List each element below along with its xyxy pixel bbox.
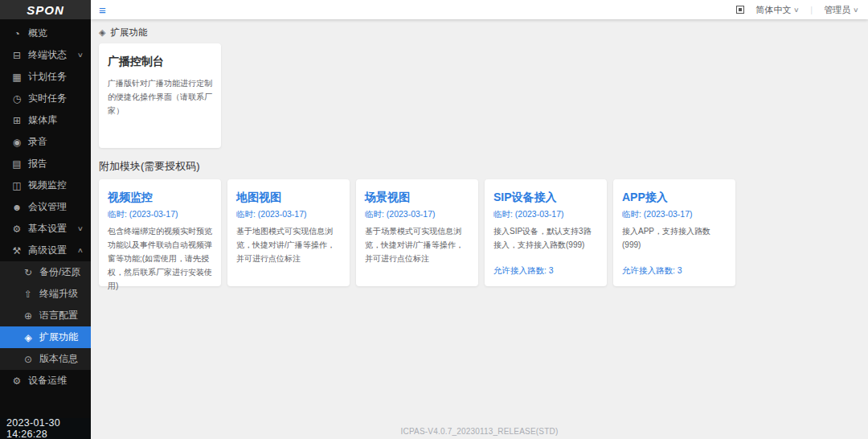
sidebar-item-label: 基本设置 bbox=[28, 222, 78, 236]
feature-card-title: 广播控制台 bbox=[108, 55, 212, 69]
sidebar-item-label: 实时任务 bbox=[28, 92, 84, 105]
upgrade-icon: ⇧ bbox=[23, 289, 34, 300]
language-icon: ⊕ bbox=[23, 310, 34, 322]
sidebar-menu: ◔ 概览 ⊟ 终端状态 ∨ ▦ 计划任务 ◷ 实时任务 ⊞ 媒体库 ◉ 录音 ▤… bbox=[0, 19, 91, 392]
module-card-map-view[interactable]: 地图视图 临时: (2023-03-17) 基于地图模式可实现信息浏览，快捷对讲… bbox=[227, 179, 350, 286]
sidebar-item-label: 设备运维 bbox=[28, 374, 84, 388]
module-title: 视频监控 bbox=[108, 191, 212, 205]
dashboard-icon: ◔ bbox=[11, 28, 23, 39]
system-clock: 2023-01-30 14:26:28 bbox=[0, 418, 91, 439]
sidebar-item-label: 备份/还原 bbox=[39, 265, 84, 279]
module-desc: 接入SIP设备，默认支持3路接入，支持接入路数(999) bbox=[493, 224, 598, 252]
module-expiry: 临时: (2023-03-17) bbox=[236, 209, 341, 220]
sidebar-item-media-library[interactable]: ⊞ 媒体库 bbox=[0, 109, 91, 131]
chevron-down-icon: ∨ bbox=[794, 6, 800, 14]
sidebar-subitem-language-config[interactable]: ⊕ 语言配置 bbox=[0, 305, 91, 326]
sidebar-item-label: 概览 bbox=[28, 27, 84, 40]
tools-icon: ⚒ bbox=[11, 245, 23, 256]
sidebar-subitem-version-info[interactable]: ⊙ 版本信息 bbox=[0, 348, 91, 370]
sidebar-item-conference-mgmt[interactable]: ☻ 会议管理 bbox=[0, 196, 91, 218]
feature-card-desc: 广播版针对广播功能进行定制的便捷化操作界面（请联系厂家） bbox=[108, 76, 212, 117]
sidebar-item-label: 视频监控 bbox=[28, 178, 84, 192]
main-column: ≡ 简体中文 ∨ | 管理员 ∨ ◈ 扩展功能 广播控制台 广播版针对广播功能进… bbox=[91, 0, 868, 439]
module-desc: 接入APP，支持接入路数(999) bbox=[622, 224, 727, 252]
chevron-down-icon: ∨ bbox=[77, 51, 84, 59]
module-quota: 允许接入路数: 3 bbox=[622, 265, 682, 277]
module-title: 地图视图 bbox=[236, 191, 341, 205]
modules-section-title: 附加模块(需要授权码) bbox=[99, 159, 860, 174]
module-expiry: 临时: (2023-03-17) bbox=[108, 209, 212, 220]
module-desc: 包含终端绑定的视频实时预览功能以及事件联动自动视频弹窗等功能;(如需使用，请先授… bbox=[108, 224, 212, 293]
sidebar-item-realtime-tasks[interactable]: ◷ 实时任务 bbox=[0, 88, 91, 109]
sidebar-item-label: 会议管理 bbox=[28, 200, 84, 214]
advanced-settings-submenu: ↻ 备份/还原 ⇧ 终端升级 ⊕ 语言配置 ◈ 扩展功能 ⊙ 版本信息 bbox=[0, 261, 91, 370]
sidebar-subitem-terminal-upgrade[interactable]: ⇧ 终端升级 bbox=[0, 283, 91, 305]
sidebar-item-recording[interactable]: ◉ 录音 bbox=[0, 131, 91, 153]
language-label: 简体中文 bbox=[755, 4, 791, 16]
language-dropdown[interactable]: 简体中文 ∨ bbox=[755, 4, 799, 16]
sidebar-subitem-extended-functions[interactable]: ◈ 扩展功能 bbox=[0, 326, 91, 348]
module-title: APP接入 bbox=[622, 191, 727, 205]
sidebar-item-scheduled-tasks[interactable]: ▦ 计划任务 bbox=[0, 66, 91, 88]
sidebar-item-video-monitor[interactable]: ◫ 视频监控 bbox=[0, 174, 91, 196]
sidebar-subitem-backup-restore[interactable]: ↻ 备份/还原 bbox=[0, 261, 91, 283]
user-dropdown[interactable]: 管理员 ∨ bbox=[824, 4, 858, 16]
module-expiry: 临时: (2023-03-17) bbox=[365, 209, 469, 220]
module-quota: 允许接入路数: 3 bbox=[493, 265, 554, 277]
gear-icon: ⚙ bbox=[11, 224, 23, 235]
backup-restore-icon: ↻ bbox=[23, 267, 34, 278]
report-icon: ▤ bbox=[11, 158, 23, 170]
broadcast-console-card[interactable]: 广播控制台 广播版针对广播功能进行定制的便捷化操作界面（请联系厂家） bbox=[99, 43, 221, 148]
fullscreen-icon[interactable] bbox=[736, 6, 744, 14]
sidebar-item-basic-settings[interactable]: ⚙ 基本设置 ∨ bbox=[0, 218, 91, 240]
sidebar-item-label: 报告 bbox=[28, 157, 84, 170]
logo: SPON bbox=[0, 0, 91, 19]
sidebar-item-advanced-settings[interactable]: ⚒ 高级设置 ∧ bbox=[0, 240, 91, 261]
media-library-icon: ⊞ bbox=[11, 115, 23, 126]
version-footer: ICPAS-V4.0.7_20230113_RELEASE(STD) bbox=[91, 427, 868, 436]
info-icon: ⊙ bbox=[23, 354, 34, 365]
chevron-up-icon: ∧ bbox=[77, 247, 84, 254]
sidebar-item-terminal-status[interactable]: ⊟ 终端状态 ∨ bbox=[0, 44, 91, 66]
sidebar-item-label: 版本信息 bbox=[39, 352, 84, 366]
topbar-right: 简体中文 ∨ | 管理员 ∨ bbox=[736, 4, 858, 16]
clock-icon: ◷ bbox=[11, 93, 23, 105]
sidebar-item-label: 语言配置 bbox=[39, 309, 84, 322]
chevron-down-icon: ∨ bbox=[853, 6, 859, 14]
user-label: 管理员 bbox=[824, 4, 850, 16]
module-desc: 基于地图模式可实现信息浏览，快捷对讲/广播等操作，并可进行点位标注 bbox=[236, 224, 341, 265]
module-expiry: 临时: (2023-03-17) bbox=[622, 209, 727, 220]
module-cards-row: 视频监控 临时: (2023-03-17) 包含终端绑定的视频实时预览功能以及事… bbox=[99, 179, 860, 286]
sidebar-item-device-ops[interactable]: ⚙ 设备运维 bbox=[0, 370, 91, 392]
module-desc: 基于场景模式可实现信息浏览，快捷对讲/广播等操作，并可进行点位标注 bbox=[365, 224, 469, 265]
logo-text: SPON bbox=[27, 3, 64, 17]
terminal-icon: ⊟ bbox=[11, 50, 23, 61]
module-card-sip-access[interactable]: SIP设备接入 临时: (2023-03-17) 接入SIP设备，默认支持3路接… bbox=[485, 179, 607, 286]
module-card-video-monitor[interactable]: 视频监控 临时: (2023-03-17) 包含终端绑定的视频实时预览功能以及事… bbox=[99, 179, 221, 286]
sidebar-item-label: 扩展功能 bbox=[39, 330, 84, 344]
camera-icon: ◫ bbox=[11, 180, 23, 191]
record-icon: ◉ bbox=[11, 137, 23, 148]
chevron-down-icon: ∨ bbox=[77, 225, 84, 232]
module-expiry: 临时: (2023-03-17) bbox=[493, 209, 598, 220]
module-title: SIP设备接入 bbox=[493, 191, 598, 205]
sidebar-item-label: 终端升级 bbox=[39, 287, 84, 301]
sidebar-item-label: 高级设置 bbox=[28, 244, 78, 257]
users-icon: ☻ bbox=[11, 202, 23, 213]
top-header: ≡ 简体中文 ∨ | 管理员 ∨ bbox=[91, 0, 868, 19]
wrench-icon: ⚙ bbox=[11, 375, 23, 387]
sidebar-item-label: 录音 bbox=[28, 135, 84, 149]
breadcrumb: ◈ 扩展功能 bbox=[99, 26, 860, 39]
extension-icon: ◈ bbox=[99, 27, 105, 38]
sidebar: SPON ◔ 概览 ⊟ 终端状态 ∨ ▦ 计划任务 ◷ 实时任务 ⊞ 媒体库 ◉… bbox=[0, 0, 91, 439]
sidebar-item-report[interactable]: ▤ 报告 bbox=[0, 153, 91, 174]
sidebar-item-label: 终端状态 bbox=[28, 48, 78, 62]
sidebar-item-label: 媒体库 bbox=[28, 113, 84, 127]
page-title: 扩展功能 bbox=[110, 27, 147, 39]
sidebar-item-label: 计划任务 bbox=[28, 70, 84, 84]
module-card-app-access[interactable]: APP接入 临时: (2023-03-17) 接入APP，支持接入路数(999)… bbox=[613, 179, 735, 286]
module-card-scene-view[interactable]: 场景视图 临时: (2023-03-17) 基于场景模式可实现信息浏览，快捷对讲… bbox=[356, 179, 478, 286]
sidebar-collapse-icon[interactable]: ≡ bbox=[96, 4, 109, 16]
sidebar-item-overview[interactable]: ◔ 概览 bbox=[0, 23, 91, 44]
content-area: ◈ 扩展功能 广播控制台 广播版针对广播功能进行定制的便捷化操作界面（请联系厂家… bbox=[91, 19, 868, 439]
